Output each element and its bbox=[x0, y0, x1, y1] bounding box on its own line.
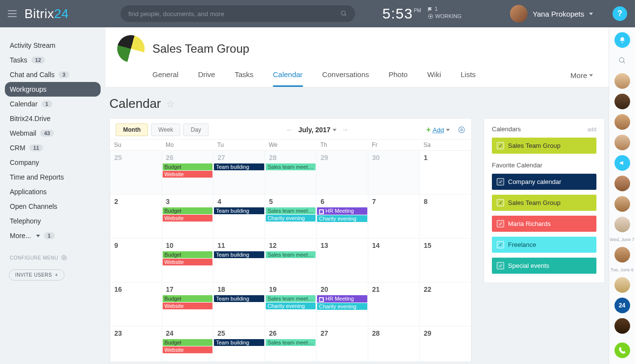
invite-users-button[interactable]: INVITE USERS + bbox=[9, 269, 64, 281]
event-chip[interactable]: Sales team meeting bbox=[266, 251, 316, 258]
day-cell[interactable]: 29 bbox=[317, 151, 368, 195]
event-chip[interactable]: Team building bbox=[214, 207, 264, 214]
rail-contact[interactable] bbox=[614, 73, 630, 89]
event-chip[interactable]: Team building bbox=[214, 251, 264, 258]
sidebar-item-applications[interactable]: Applications bbox=[5, 184, 101, 199]
prev-period-button[interactable]: ← bbox=[286, 125, 294, 134]
menu-toggle-icon[interactable] bbox=[8, 10, 17, 17]
event-chip[interactable]: Budget bbox=[163, 339, 213, 346]
global-search[interactable] bbox=[121, 5, 355, 22]
day-cell[interactable]: 21 bbox=[368, 283, 420, 326]
add-calendar-link[interactable]: add bbox=[588, 126, 596, 132]
period-selector[interactable]: July, 2017 bbox=[298, 126, 337, 134]
event-chip[interactable]: Website bbox=[163, 259, 213, 265]
tab-conversations[interactable]: Conversations bbox=[322, 70, 369, 87]
event-chip[interactable]: Sales team meeting bbox=[266, 207, 316, 214]
event-chip[interactable]: Website bbox=[163, 303, 213, 309]
favorite-star-icon[interactable]: ☆ bbox=[166, 98, 175, 110]
rail-contact[interactable] bbox=[614, 318, 630, 334]
call-button[interactable] bbox=[614, 343, 630, 358]
day-cell[interactable]: 29 bbox=[420, 326, 471, 363]
event-chip[interactable]: ▦HR Meeting bbox=[317, 207, 367, 215]
event-chip[interactable]: Budget bbox=[163, 251, 213, 258]
event-chip[interactable]: Website bbox=[163, 346, 213, 353]
event-chip[interactable]: Sales team meeting bbox=[266, 295, 316, 302]
sidebar-item-crm[interactable]: CRM11 bbox=[5, 141, 101, 155]
day-cell[interactable]: 28 Sales team meeting bbox=[265, 151, 317, 195]
day-cell[interactable]: 27 Team building bbox=[213, 151, 265, 195]
event-chip[interactable]: Budget bbox=[163, 207, 213, 214]
calendar-toggle-company[interactable]: ✓ Company calendar bbox=[492, 174, 596, 190]
day-cell[interactable]: 28 bbox=[368, 326, 420, 363]
day-cell[interactable]: 5 Sales team meeting Charity evening bbox=[265, 195, 317, 239]
event-chip[interactable]: Website bbox=[163, 171, 213, 178]
day-cell[interactable]: 8 bbox=[420, 195, 471, 239]
tab-drive[interactable]: Drive bbox=[198, 70, 215, 87]
event-chip[interactable]: Team building bbox=[214, 339, 264, 346]
day-cell[interactable]: 12 Sales team meeting bbox=[265, 239, 317, 283]
rail-contact[interactable] bbox=[614, 94, 630, 109]
calendar-toggle-freelance[interactable]: ✓ Freelance bbox=[492, 237, 596, 253]
calendar-settings-icon[interactable] bbox=[458, 126, 466, 134]
day-cell[interactable]: 26 Budget Website bbox=[162, 151, 213, 195]
rail-contact[interactable] bbox=[614, 247, 630, 263]
day-cell[interactable]: 11 Team building bbox=[213, 239, 265, 283]
event-chip[interactable]: Team building bbox=[214, 295, 264, 302]
day-cell[interactable]: 1 bbox=[420, 151, 471, 195]
add-event-button[interactable]: + Add bbox=[426, 125, 450, 134]
view-day-button[interactable]: Day bbox=[183, 123, 208, 136]
day-cell[interactable]: 27 bbox=[317, 326, 368, 363]
event-chip[interactable]: Charity evening bbox=[317, 303, 367, 310]
day-cell[interactable]: 2 bbox=[110, 195, 162, 239]
rail-contact[interactable] bbox=[614, 277, 630, 293]
sidebar-item-tasks[interactable]: Tasks12 bbox=[5, 53, 101, 67]
sidebar-item-telephony[interactable]: Telephony bbox=[5, 214, 101, 228]
brand-logo[interactable]: Bitrix24 bbox=[24, 6, 69, 21]
day-cell[interactable]: 22 bbox=[420, 283, 471, 326]
sidebar-item-chat[interactable]: Chat and Calls3 bbox=[5, 67, 101, 82]
rail-b24-button[interactable]: 24 bbox=[614, 298, 630, 313]
day-cell[interactable]: 4 Team building bbox=[213, 195, 265, 239]
sidebar-item-more[interactable]: More...1 bbox=[5, 228, 101, 243]
event-chip[interactable]: Website bbox=[163, 215, 213, 222]
calendar-toggle-special[interactable]: ✓ Special events bbox=[492, 258, 596, 274]
rail-contact[interactable] bbox=[614, 217, 630, 232]
search-input[interactable] bbox=[128, 10, 340, 18]
day-cell[interactable]: 10 Budget Website bbox=[162, 239, 213, 283]
event-chip[interactable]: Charity evening bbox=[317, 215, 367, 222]
event-chip[interactable]: Sales team meeting bbox=[266, 339, 316, 346]
day-cell[interactable]: 13 bbox=[317, 239, 368, 283]
sidebar-item-time-reports[interactable]: Time and Reports bbox=[5, 170, 101, 184]
sidebar-item-calendar[interactable]: Calendar1 bbox=[5, 97, 101, 111]
event-chip[interactable]: Sales team meeting bbox=[266, 163, 316, 170]
user-menu[interactable]: Yana Prokopets bbox=[510, 5, 593, 22]
sidebar-item-company[interactable]: Company bbox=[5, 155, 101, 170]
day-cell[interactable]: 30 bbox=[368, 151, 420, 195]
day-cell[interactable]: 25 Team building bbox=[213, 326, 265, 363]
rail-search-button[interactable] bbox=[614, 53, 630, 68]
day-cell[interactable]: 15 bbox=[420, 239, 471, 283]
calendar-toggle-sales-team[interactable]: ✓ Sales Team Group bbox=[492, 138, 596, 154]
configure-menu-button[interactable]: CONFIGURE MENU bbox=[5, 255, 101, 261]
event-chip[interactable]: Budget bbox=[163, 295, 213, 302]
tab-wiki[interactable]: Wiki bbox=[427, 70, 441, 87]
sidebar-item-webmail[interactable]: Webmail43 bbox=[5, 126, 101, 141]
day-cell[interactable]: 9 bbox=[110, 239, 162, 283]
day-cell[interactable]: 20 ▦HR Meeting Charity evening bbox=[317, 283, 368, 326]
day-cell[interactable]: 26 Sales team meeting bbox=[265, 326, 317, 363]
day-cell[interactable]: 19 Sales team meeting Charity evening bbox=[265, 283, 317, 326]
day-cell[interactable]: 6 ▦HR Meeting Charity evening bbox=[317, 195, 368, 239]
rail-contact[interactable] bbox=[614, 196, 630, 212]
day-cell[interactable]: 23 bbox=[110, 326, 162, 363]
next-period-button[interactable]: → bbox=[341, 125, 349, 134]
tab-tasks[interactable]: Tasks bbox=[234, 70, 253, 87]
rail-announce-button[interactable] bbox=[614, 155, 630, 171]
tab-calendar[interactable]: Calendar bbox=[273, 70, 303, 87]
help-button[interactable]: ? bbox=[613, 6, 627, 21]
rail-contact[interactable] bbox=[614, 114, 630, 130]
day-cell[interactable]: 17 Budget Website bbox=[162, 283, 213, 326]
rail-contact[interactable] bbox=[614, 176, 630, 191]
event-chip[interactable]: Charity evening bbox=[266, 303, 316, 309]
sidebar-item-activity-stream[interactable]: Activity Stream bbox=[5, 38, 101, 53]
event-chip[interactable]: Budget bbox=[163, 163, 213, 170]
